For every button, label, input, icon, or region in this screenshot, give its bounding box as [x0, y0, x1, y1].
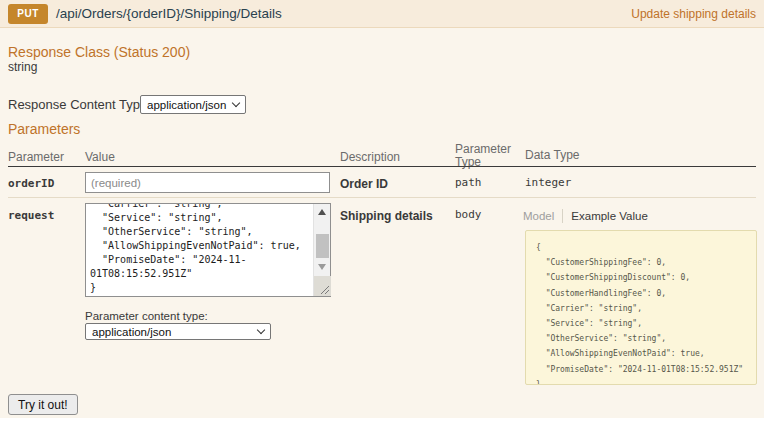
table-header-divider: [8, 166, 756, 167]
response-content-type-select[interactable]: application/json: [140, 95, 246, 114]
tab-example-value[interactable]: Example Value: [571, 210, 648, 222]
response-content-type-value: application/json: [147, 99, 226, 111]
parameter-content-type-value: application/json: [92, 326, 171, 338]
triangle-up-icon[interactable]: [318, 209, 326, 215]
swagger-operation-panel: PUT /api/Orders/{orderID}/Shipping/Detai…: [0, 0, 764, 426]
chevron-down-icon: [232, 99, 240, 107]
col-header-description: Description: [340, 150, 400, 164]
textarea-resize-corner[interactable]: [314, 276, 331, 296]
textarea-scrollbar[interactable]: [313, 204, 330, 296]
response-content-type-label: Response Content Type: [8, 97, 147, 112]
response-class-heading: Response Class (Status 200): [8, 44, 190, 60]
endpoint-path: /api/Orders/{orderID}/Shipping/Details: [56, 6, 282, 21]
parameter-content-type-label: Parameter content type:: [85, 310, 208, 322]
http-method-badge: PUT: [8, 4, 48, 24]
orderid-description: Order ID: [340, 177, 388, 191]
resize-grip-icon: [319, 284, 330, 295]
col-header-data-type: Data Type: [525, 148, 579, 162]
example-value-box[interactable]: { "CustomerShippingFee": 0, "CustomerShi…: [525, 230, 757, 385]
orderid-input[interactable]: [85, 172, 330, 193]
operation-header[interactable]: PUT /api/Orders/{orderID}/Shipping/Detai…: [0, 0, 764, 28]
update-shipping-details-link[interactable]: Update shipping details: [631, 7, 756, 21]
chevron-down-icon: [257, 326, 265, 334]
param-name-orderid: orderID: [8, 177, 54, 190]
example-value-json: { "CustomerShippingFee": 0, "CustomerShi…: [536, 240, 746, 385]
parameters-heading: Parameters: [8, 121, 80, 137]
scrollbar-thumb[interactable]: [316, 234, 329, 258]
request-body-textarea[interactable]: "Carrier": "string", "Service": "string"…: [85, 203, 331, 297]
col-header-parameter: Parameter: [8, 150, 64, 164]
tab-model[interactable]: Model: [523, 210, 554, 222]
parameter-content-type-select[interactable]: application/json: [85, 323, 271, 340]
request-param-type: body: [455, 208, 482, 221]
request-description: Shipping details: [340, 209, 433, 223]
row-divider: [8, 197, 756, 198]
request-body-value: "Carrier": "string", "Service": "string"…: [90, 204, 306, 295]
param-name-request: request: [8, 209, 54, 222]
orderid-data-type: integer: [525, 176, 571, 189]
orderid-param-type: path: [455, 176, 482, 189]
col-header-value: Value: [85, 150, 115, 164]
triangle-down-icon[interactable]: [318, 264, 326, 270]
data-type-tabs: Model Example Value: [523, 209, 648, 223]
try-it-out-button[interactable]: Try it out!: [8, 394, 78, 415]
response-return-type: string: [8, 60, 37, 74]
request-body-text-clip: "Carrier": "string", "Service": "string"…: [90, 204, 306, 295]
tab-separator: [562, 209, 563, 223]
